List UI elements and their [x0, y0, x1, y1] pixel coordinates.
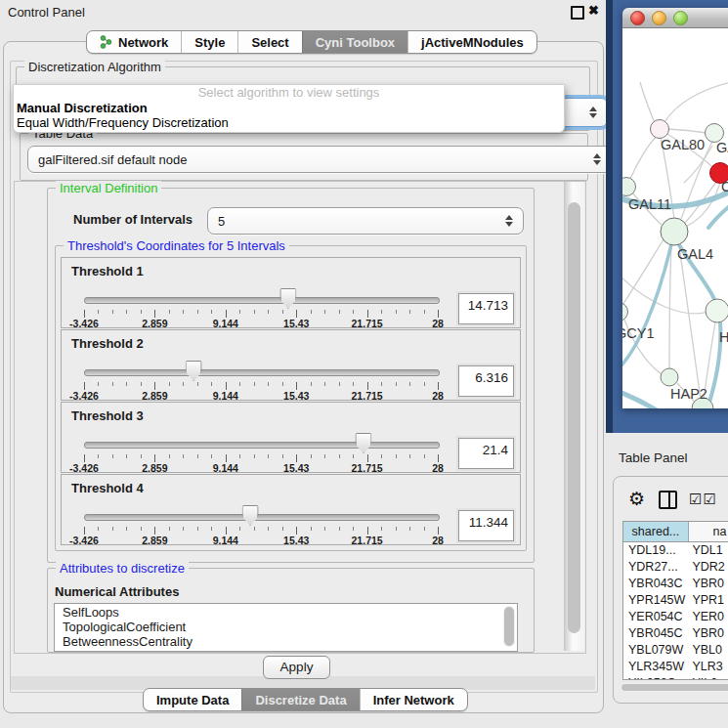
panel-title: Control Panel: [8, 5, 85, 20]
slider-ticks: [84, 527, 438, 535]
table-data-combo[interactable]: galFiltered.sif default node: [27, 146, 612, 173]
list-item[interactable]: SelfLoops: [55, 604, 517, 619]
group-title: Threshold's Coordinates for 5 Intervals: [64, 238, 289, 253]
number-of-intervals-label: Number of Intervals: [73, 212, 193, 227]
split-table-icon[interactable]: [659, 491, 677, 509]
cyni-mode-tabs: Impute Data Discretize Data Infer Networ…: [143, 688, 468, 711]
algorithm-popup: Select algorithm to view settings Manual…: [13, 84, 565, 133]
threshold-label: Threshold 2: [71, 336, 144, 351]
scrollbar-thumb[interactable]: [621, 684, 728, 691]
apply-button[interactable]: Apply: [263, 656, 330, 679]
popup-hint: Select algorithm to view settings: [14, 85, 564, 101]
table-row[interactable]: YBR043CYBR0: [623, 576, 728, 592]
slider-tick-labels: -3.4262.8599.14415.4321.71528: [84, 318, 438, 329]
intervals-value: 5: [218, 214, 225, 229]
numerical-attributes-label: Numerical Attributes: [55, 584, 179, 599]
table-toolbar: ⚙ ☑☑: [614, 485, 728, 514]
threshold-label: Threshold 1: [71, 264, 144, 278]
threshold-4-slider[interactable]: -3.4262.8599.14415.4321.71528: [84, 508, 438, 543]
minimize-traffic-light-icon[interactable]: [652, 11, 666, 25]
slider-tick-labels: -3.4262.8599.14415.4321.71528: [84, 462, 438, 474]
threshold-3-slider[interactable]: -3.4262.8599.14415.4321.71528: [84, 436, 438, 471]
node-label: GAL11: [628, 196, 671, 212]
network-window: GAL80 GA C GAL11 GAL4 GCY1 H HAP2: [622, 8, 728, 408]
tab-impute-data[interactable]: Impute Data: [144, 689, 241, 710]
slider-track[interactable]: [84, 514, 440, 521]
zoom-traffic-light-icon[interactable]: [673, 11, 688, 25]
list-item[interactable]: BetweennessCentrality: [55, 633, 517, 648]
group-title: Attributes to discretize: [56, 561, 189, 576]
table-row[interactable]: YDR27...YDR2: [623, 559, 728, 576]
table-panel: ⚙ ☑☑ shared... na YDL19...YDL1 YDR27...Y…: [613, 476, 728, 704]
popup-item-equal-width[interactable]: Equal Width/Frequency Discretization: [14, 115, 564, 130]
close-icon[interactable]: ✖: [588, 3, 599, 18]
control-panel-tabs: Network Style Select Cyni Toolbox jActiv…: [86, 30, 537, 54]
slider-thumb[interactable]: [279, 288, 296, 309]
node-h[interactable]: [706, 299, 728, 322]
select-columns-icon[interactable]: ☑☑: [689, 491, 717, 508]
tab-jactivemnodules[interactable]: jActiveMNodules: [407, 31, 536, 53]
combo-arrows-icon: [505, 215, 514, 227]
slider-track[interactable]: [84, 297, 440, 304]
node-gal11[interactable]: [622, 178, 636, 196]
threshold-1-slider[interactable]: -3.4262.8599.14415.4321.71528: [84, 291, 438, 326]
tab-style[interactable]: Style: [181, 31, 237, 53]
column-header-name[interactable]: na: [689, 522, 728, 541]
node-label: H: [719, 329, 728, 345]
table-row[interactable]: YLR345WYLR3: [623, 659, 728, 675]
frame-edge: [606, 0, 613, 433]
node-gal80[interactable]: [651, 120, 669, 139]
network-graph: GAL80 GA C GAL11 GAL4 GCY1 H HAP2: [622, 28, 728, 408]
slider-thumb[interactable]: [242, 505, 259, 526]
node-gcy1[interactable]: [622, 303, 628, 321]
slider-thumb[interactable]: [355, 433, 371, 453]
float-window-icon[interactable]: [571, 6, 584, 20]
gear-icon[interactable]: ⚙: [628, 490, 645, 509]
table-row[interactable]: YBR045CYBR0: [623, 625, 728, 642]
tab-cyni-toolbox[interactable]: Cyni Toolbox: [302, 31, 407, 53]
slider-thumb[interactable]: [186, 361, 202, 381]
table-row[interactable]: YIL052CYIL0: [623, 675, 728, 680]
node-gal4[interactable]: [661, 218, 688, 245]
threshold-value-field[interactable]: 11.344: [458, 510, 514, 541]
node-label: GAL4: [677, 246, 713, 262]
vertical-scrollbar[interactable]: [564, 182, 584, 651]
scrollbar-thumb[interactable]: [504, 607, 514, 646]
slider-track[interactable]: [84, 442, 440, 449]
tab-select[interactable]: Select: [237, 31, 301, 53]
table-row[interactable]: YDL19...YDL1: [623, 542, 728, 559]
column-header-shared-name[interactable]: shared...: [623, 522, 689, 541]
table-row[interactable]: YPR145WYPR1: [623, 592, 728, 609]
network-view-frame: GAL80 GA C GAL11 GAL4 GCY1 H HAP2: [606, 0, 728, 433]
tab-infer-network[interactable]: Infer Network: [360, 689, 467, 710]
combo-arrows-icon: [593, 153, 602, 165]
popup-item-manual-discretization[interactable]: Manual Discretization: [14, 101, 564, 115]
threshold-value-field[interactable]: 6.316: [458, 365, 514, 397]
threshold-3-panel: Threshold 3 -3.4262.8599.14415.4321.7152…: [61, 402, 521, 473]
slider-track[interactable]: [84, 369, 440, 376]
threshold-4-panel: Threshold 4 -3.4262.8599.14415.4321.7152…: [61, 474, 521, 545]
tab-network-label: Network: [118, 35, 168, 50]
tab-network[interactable]: Network: [87, 31, 181, 53]
node-hap2[interactable]: [661, 368, 678, 386]
threshold-value-field[interactable]: 14.713: [458, 293, 514, 324]
list-scrollbar[interactable]: [503, 606, 515, 647]
tab-discretize-data[interactable]: Discretize Data: [241, 689, 359, 710]
node-label: HAP2: [670, 386, 707, 402]
table-row[interactable]: YER054CYER0: [623, 609, 728, 625]
numerical-attributes-list[interactable]: SelfLoops TopologicalCoefficient Between…: [54, 603, 518, 652]
node-label: GAL80: [661, 137, 705, 152]
table-row[interactable]: YBL079WYBL0: [623, 642, 728, 659]
threshold-value-field[interactable]: 21.4: [458, 438, 514, 469]
horizontal-scrollbar[interactable]: [620, 683, 728, 692]
network-window-titlebar[interactable]: [622, 8, 728, 28]
application-window: Control Panel ✖ Network Style Select Cyn…: [0, 0, 728, 728]
network-canvas[interactable]: GAL80 GA C GAL11 GAL4 GCY1 H HAP2: [622, 28, 728, 408]
threshold-2-slider[interactable]: -3.4262.8599.14415.4321.71528: [84, 364, 438, 399]
number-of-intervals-combo[interactable]: 5: [207, 207, 524, 235]
list-item[interactable]: TopologicalCoefficient: [55, 619, 517, 633]
scrollbar-thumb[interactable]: [568, 202, 580, 633]
threshold-2-panel: Threshold 2 -3.4262.8599.14415.4321.7152…: [61, 329, 521, 401]
close-traffic-light-icon[interactable]: [630, 11, 645, 25]
threshold-label: Threshold 3: [71, 408, 144, 423]
